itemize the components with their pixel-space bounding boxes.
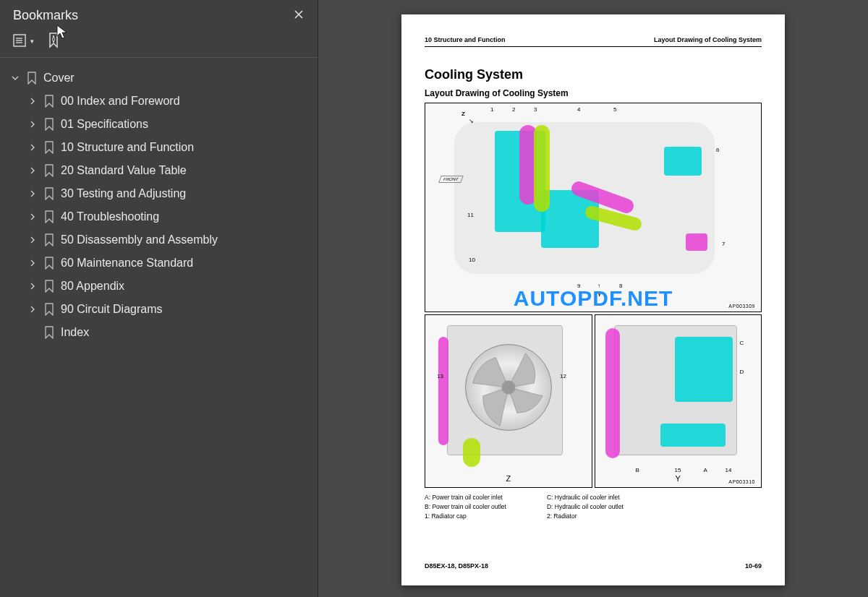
pdf-page: 10 Structure and Function Layout Drawing… xyxy=(401,14,785,585)
legend-item: B: Power train oil cooler outlet xyxy=(425,503,506,510)
bookmarks-panel: Bookmarks ▾ Cover 00 Index and Foreword xyxy=(0,0,318,597)
page-footer: D85EX-18, D85PX-18 10-69 xyxy=(425,562,762,570)
bookmark-item-50[interactable]: 50 Disassembly and Assembly xyxy=(6,228,312,252)
bookmark-item-00[interactable]: 00 Index and Foreword xyxy=(6,90,312,113)
bookmark-item-90[interactable]: 90 Circuit Diagrams xyxy=(6,298,312,321)
chevron-right-icon[interactable] xyxy=(27,190,38,197)
callout-9: 9 xyxy=(577,283,580,289)
bookmark-icon xyxy=(43,233,55,247)
bookmark-label: 90 Circuit Diagrams xyxy=(61,303,162,316)
bookmark-label: 80 Appendix xyxy=(61,280,124,293)
bookmark-label: 60 Maintenance Standard xyxy=(61,257,193,270)
bookmark-item-40[interactable]: 40 Troubleshooting xyxy=(6,205,312,228)
bookmark-label: 40 Troubleshooting xyxy=(61,210,159,223)
chevron-right-icon[interactable] xyxy=(27,236,38,244)
bookmark-label: 00 Index and Foreword xyxy=(61,95,180,108)
bookmark-item-index[interactable]: Index xyxy=(6,321,312,344)
callout-B: B xyxy=(636,467,639,473)
bookmark-label: 01 Specifications xyxy=(61,118,148,131)
legend-item: C: Hydraulic oil cooler inlet xyxy=(547,494,624,501)
chevron-right-icon[interactable] xyxy=(27,121,38,128)
view-label-z: Z xyxy=(506,474,511,483)
bookmark-item-10[interactable]: 10 Structure and Function xyxy=(6,136,312,159)
bookmark-item-01[interactable]: 01 Specifications xyxy=(6,113,312,136)
front-arrow-label: FRONT xyxy=(438,176,463,183)
bookmarks-toolbar: ▾ xyxy=(0,27,318,58)
bookmark-label: 20 Standard Value Table xyxy=(61,164,187,177)
view-y-label: Y xyxy=(597,291,601,298)
callout-8: 8 xyxy=(619,283,622,289)
view-z-label: Z xyxy=(461,111,465,117)
page-title: Cooling System xyxy=(425,67,762,82)
legend-item: A: Power train oil cooler inlet xyxy=(425,494,506,501)
bookmark-icon xyxy=(43,117,55,132)
chevron-right-icon[interactable] xyxy=(27,213,38,220)
callout-13: 13 xyxy=(437,373,443,379)
z-arrow-icon: ↘ xyxy=(469,118,474,124)
callout-6: 6 xyxy=(716,147,719,153)
close-icon[interactable] xyxy=(293,7,305,24)
figure-z-view: 13 12 Z xyxy=(425,314,592,488)
bookmark-icon xyxy=(43,186,55,201)
bookmark-icon xyxy=(43,302,55,317)
callout-15: 15 xyxy=(675,467,681,473)
bookmark-item-80[interactable]: 80 Appendix xyxy=(6,275,312,298)
page-subtitle: Layout Drawing of Cooling System xyxy=(425,88,762,98)
legend: A: Power train oil cooler inlet B: Power… xyxy=(425,494,762,520)
chevron-right-icon[interactable] xyxy=(27,306,38,313)
callout-3: 3 xyxy=(534,106,537,113)
bookmark-cover[interactable]: Cover xyxy=(6,66,312,90)
chevron-right-icon[interactable] xyxy=(27,167,38,174)
svg-point-4 xyxy=(502,381,516,395)
chevron-down-icon[interactable] xyxy=(10,74,20,82)
chevron-right-icon[interactable] xyxy=(27,283,38,290)
callout-7: 7 xyxy=(722,241,725,247)
bookmark-icon xyxy=(26,71,38,85)
figure-iso-view: Z ↘ Y ↑ FRONT 1 2 3 4 5 6 7 8 9 10 11 AP… xyxy=(425,103,762,312)
bookmark-item-60[interactable]: 60 Maintenance Standard xyxy=(6,252,312,275)
bookmark-label: 30 Testing and Adjusting xyxy=(61,187,186,200)
pdf-viewport[interactable]: AUTOPDF.NET 10 Structure and Function La… xyxy=(318,0,868,597)
figure-code-2: AP003310 xyxy=(727,479,757,484)
callout-10: 10 xyxy=(469,257,475,263)
page-header: 10 Structure and Function Layout Drawing… xyxy=(425,36,762,47)
legend-item: D: Hydraulic oil cooler outlet xyxy=(547,503,624,510)
view-label-y: Y xyxy=(676,474,681,483)
bookmark-item-20[interactable]: 20 Standard Value Table xyxy=(6,159,312,182)
figure-code-1: AP003309 xyxy=(727,304,757,309)
options-button[interactable]: ▾ xyxy=(13,34,34,48)
bookmark-icon xyxy=(43,210,55,224)
bookmarks-title: Bookmarks xyxy=(13,8,78,23)
bookmark-icon xyxy=(43,279,55,293)
y-arrow-icon: ↑ xyxy=(597,283,600,289)
bookmark-icon xyxy=(43,256,55,270)
callout-5: 5 xyxy=(613,106,616,113)
callout-C: C xyxy=(740,340,744,346)
bookmark-label: Cover xyxy=(43,72,75,85)
bookmark-icon xyxy=(43,94,55,108)
callout-4: 4 xyxy=(577,106,580,113)
bookmark-label: 10 Structure and Function xyxy=(61,141,194,154)
callout-14: 14 xyxy=(726,467,732,473)
figure-y-view: C D B A 15 14 Y AP003310 xyxy=(595,314,762,488)
header-left: 10 Structure and Function xyxy=(425,36,506,43)
callout-11: 11 xyxy=(467,212,474,218)
chevron-right-icon[interactable] xyxy=(27,144,38,151)
bookmark-item-30[interactable]: 30 Testing and Adjusting xyxy=(6,182,312,205)
footer-left: D85EX-18, D85PX-18 xyxy=(425,562,488,570)
header-right: Layout Drawing of Cooling System xyxy=(654,36,762,43)
chevron-down-icon: ▾ xyxy=(30,38,34,45)
callout-A: A xyxy=(704,467,707,473)
chevron-right-icon[interactable] xyxy=(27,259,38,267)
callout-D: D xyxy=(740,369,744,375)
legend-item: 1: Radiator cap xyxy=(425,512,506,520)
bookmark-icon xyxy=(43,325,55,340)
bookmark-label: Index xyxy=(61,326,89,339)
cursor-icon xyxy=(56,25,68,40)
callout-1: 1 xyxy=(490,106,493,113)
callout-12: 12 xyxy=(560,373,566,379)
bookmark-icon xyxy=(43,140,55,155)
legend-item: 2: Radiator xyxy=(547,512,624,520)
chevron-right-icon[interactable] xyxy=(27,98,38,105)
bookmark-label: 50 Disassembly and Assembly xyxy=(61,233,218,246)
